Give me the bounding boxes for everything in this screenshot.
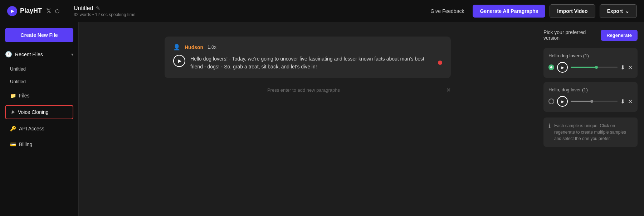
recent-files-section: 🕐 Recent Files ▾ — [0, 48, 78, 61]
add-paragraph-row: Press enter to add new paragraphs ✕ — [165, 87, 451, 93]
sidebar: Create New File 🕐 Recent Files ▾ Untitle… — [0, 22, 79, 216]
recent-files-label: Recent Files — [15, 52, 43, 57]
version-panel: Pick your preferred version Regenerate H… — [537, 22, 644, 216]
voice-cloning-icon: ✳ — [11, 109, 15, 115]
export-chevron-icon: ⌄ — [625, 8, 629, 14]
version-2-progress-dot — [590, 100, 593, 103]
regenerate-button[interactable]: Regenerate — [601, 30, 638, 41]
version-1-controls: ▶ ⬇ ✕ — [548, 62, 633, 73]
version-1-close-icon[interactable]: ✕ — [628, 64, 633, 71]
close-add-paragraph-icon[interactable]: ✕ — [446, 87, 451, 93]
sidebar-item-api-access[interactable]: 🔑 API Access — [5, 122, 73, 135]
version-item-1: Hello dog lovers (1) ▶ ⬇ ✕ — [543, 48, 638, 78]
header-center: Untitled ✎ 32 words • 12 sec speaking ti… — [59, 5, 426, 17]
voice-user-icon: 👤 — [173, 44, 180, 51]
sidebar-voice-cloning-label: Voice Cloning — [18, 109, 49, 115]
version-2-title: Hello, dog lover (1) — [548, 87, 633, 92]
recent-file-1[interactable]: Untitled — [5, 63, 78, 75]
sidebar-item-billing[interactable]: 💳 Billing — [5, 138, 73, 151]
play-icon: ▶ — [178, 58, 181, 63]
content-area: 👤 Hudson 1.0x ▶ Hello dog lovers! - Toda… — [79, 22, 537, 216]
chevron-down-icon: ▾ — [71, 52, 73, 57]
recent-file-2-name: Untitled — [10, 79, 26, 84]
sidebar-api-access-label: API Access — [19, 126, 44, 131]
version-1-download-icon[interactable]: ⬇ — [620, 64, 625, 71]
credit-card-icon: 💳 — [10, 141, 16, 147]
version-2-radio[interactable] — [548, 99, 554, 104]
header: ▶ PlayHT 𝕏 ⬡ Untitled ✎ 32 words • 12 se… — [0, 0, 644, 22]
version-1-play-icon: ▶ — [561, 66, 564, 69]
text-highlighted-blue: we're going to — [248, 56, 279, 62]
version-1-play-button[interactable]: ▶ — [557, 62, 568, 73]
record-indicator — [438, 61, 442, 65]
export-label: Export — [607, 8, 623, 14]
version-1-progress-bar[interactable] — [571, 67, 618, 68]
paragraph-text[interactable]: Hello dog lovers! - Today, we're going t… — [190, 55, 433, 71]
create-new-file-button[interactable]: Create New File — [5, 28, 73, 42]
generate-all-paragraphs-button[interactable]: Generate All Paragraphs — [473, 5, 545, 18]
paragraph-play-button[interactable]: ▶ — [173, 55, 185, 67]
version-info-block: ℹ Each sample is unique. Click on regene… — [543, 117, 638, 147]
paragraph-body: ▶ Hello dog lovers! - Today, we're going… — [173, 55, 442, 71]
sidebar-item-voice-cloning[interactable]: ✳ Voice Cloning — [5, 105, 73, 119]
text-highlighted-red: lesser known — [344, 56, 373, 62]
recent-files-toggle[interactable]: 🕐 Recent Files ▾ — [5, 48, 73, 61]
twitter-icon[interactable]: 𝕏 — [46, 7, 52, 15]
clock-icon: 🕐 — [5, 51, 12, 58]
file-title: Untitled — [74, 5, 93, 11]
sidebar-billing-label: Billing — [19, 141, 32, 147]
social-icons: 𝕏 ⬡ — [46, 7, 59, 15]
version-1-progress-dot — [595, 66, 598, 69]
add-paragraph-placeholder[interactable]: Press enter to add new paragraphs — [165, 87, 443, 93]
version-info-text: Each sample is unique. Click on regenera… — [554, 123, 633, 142]
version-2-close-icon[interactable]: ✕ — [628, 98, 633, 105]
version-1-progress-fill — [571, 67, 596, 68]
export-button[interactable]: Export ⌄ — [600, 4, 637, 18]
key-icon: 🔑 — [10, 126, 16, 131]
version-1-radio[interactable] — [548, 64, 554, 70]
sidebar-item-files[interactable]: 📁 Files — [5, 89, 73, 102]
folder-icon: 📁 — [10, 93, 16, 99]
version-2-progress-bar[interactable] — [571, 101, 618, 102]
recent-files-list: Untitled Untitled — [0, 63, 78, 88]
recent-file-1-name: Untitled — [10, 66, 26, 72]
speed-badge[interactable]: 1.0x — [208, 44, 216, 50]
version-item-2: Hello, dog lover (1) ▶ ⬇ ✕ — [543, 82, 638, 112]
import-video-button[interactable]: Import Video — [550, 4, 595, 18]
voice-name[interactable]: Hudson — [185, 44, 203, 50]
version-1-title: Hello dog lovers (1) — [548, 53, 633, 58]
file-title-row: Untitled ✎ — [74, 5, 426, 11]
main-layout: Create New File 🕐 Recent Files ▾ Untitle… — [0, 22, 644, 216]
recent-file-2[interactable]: Untitled — [5, 75, 78, 88]
version-2-progress-fill — [571, 101, 592, 102]
logo-area: ▶ PlayHT 𝕏 ⬡ — [7, 6, 59, 16]
version-2-controls: ▶ ⬇ ✕ — [548, 96, 633, 107]
paragraph-block: 👤 Hudson 1.0x ▶ Hello dog lovers! - Toda… — [165, 37, 451, 78]
give-feedback-button[interactable]: Give Feedback — [426, 5, 468, 17]
version-2-play-button[interactable]: ▶ — [557, 96, 568, 107]
version-2-play-icon: ▶ — [561, 100, 564, 104]
sidebar-files-label: Files — [19, 93, 30, 99]
recent-files-header-left: 🕐 Recent Files — [5, 51, 43, 58]
logo-text: PlayHT — [20, 7, 42, 15]
version-header: Pick your preferred version Regenerate — [543, 29, 638, 41]
version-2-download-icon[interactable]: ⬇ — [620, 98, 625, 105]
info-icon: ℹ — [548, 123, 551, 142]
version-panel-title: Pick your preferred version — [543, 29, 601, 41]
logo: ▶ PlayHT — [7, 6, 42, 16]
header-actions: Give Feedback Generate All Paragraphs Im… — [426, 4, 637, 18]
discord-icon[interactable]: ⬡ — [55, 8, 59, 14]
playht-logo-icon: ▶ — [7, 6, 17, 16]
paragraph-header: 👤 Hudson 1.0x — [173, 44, 442, 51]
file-meta: 32 words • 12 sec speaking time — [74, 12, 426, 17]
edit-icon[interactable]: ✎ — [96, 5, 100, 11]
